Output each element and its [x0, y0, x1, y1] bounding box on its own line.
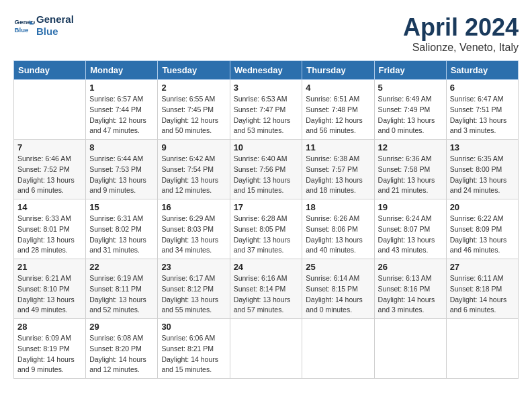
day-info-line: Sunset: 7:57 PM [306, 165, 358, 173]
day-info: Sunrise: 6:40 AMSunset: 7:56 PMDaylight:… [234, 154, 299, 196]
day-info: Sunrise: 6:29 AMSunset: 8:03 PMDaylight:… [161, 214, 226, 256]
day-info-line: and 24 minutes. [450, 186, 500, 194]
day-cell: 18Sunrise: 6:26 AMSunset: 8:06 PMDayligh… [302, 199, 374, 259]
day-info-line: and 18 minutes. [306, 186, 356, 194]
day-info-line: and 15 minutes. [161, 365, 212, 373]
day-cell: 10Sunrise: 6:40 AMSunset: 7:56 PMDayligh… [230, 140, 302, 199]
day-info-line: and 40 minutes. [306, 246, 356, 254]
week-row-1: 7Sunrise: 6:46 AMSunset: 7:52 PMDaylight… [14, 140, 519, 199]
day-info-line: Daylight: 12 hours [161, 116, 218, 124]
day-number: 13 [450, 142, 515, 152]
day-info-line: Daylight: 13 hours [17, 295, 75, 304]
day-cell: 24Sunrise: 6:16 AMSunset: 8:14 PMDayligh… [230, 259, 302, 319]
day-info-line: Sunrise: 6:28 AM [234, 214, 287, 222]
location: Salionze, Veneto, Italy [403, 42, 519, 54]
day-info-line: and 6 minutes. [450, 306, 496, 314]
day-info-line: and 55 minutes. [161, 306, 212, 314]
day-info-line: Sunset: 8:12 PM [161, 285, 214, 293]
day-cell: 17Sunrise: 6:28 AMSunset: 8:05 PMDayligh… [230, 199, 302, 259]
day-info-line: and 9 minutes. [17, 365, 64, 373]
day-info-line: Daylight: 13 hours [306, 236, 363, 244]
day-info-line: Sunrise: 6:33 AM [17, 214, 71, 222]
day-info-line: Sunrise: 6:49 AM [378, 95, 432, 103]
day-info-line: Sunset: 8:06 PM [306, 225, 358, 233]
logo-line2: Blue [36, 26, 74, 38]
day-info: Sunrise: 6:08 AMSunset: 8:20 PMDaylight:… [89, 333, 154, 375]
day-cell: 27Sunrise: 6:11 AMSunset: 8:18 PMDayligh… [446, 259, 518, 319]
day-info-line: Daylight: 13 hours [306, 176, 363, 184]
day-info-line: Sunset: 7:51 PM [450, 105, 502, 113]
day-info: Sunrise: 6:31 AMSunset: 8:02 PMDaylight:… [89, 214, 154, 256]
day-info: Sunrise: 6:19 AMSunset: 8:11 PMDaylight:… [89, 273, 154, 316]
day-info-line: Sunset: 8:10 PM [17, 285, 70, 293]
day-info-line: Sunrise: 6:08 AM [89, 334, 143, 342]
day-cell: 4Sunrise: 6:51 AMSunset: 7:48 PMDaylight… [302, 80, 374, 140]
day-info-line: Daylight: 13 hours [378, 236, 435, 244]
day-cell: 16Sunrise: 6:29 AMSunset: 8:03 PMDayligh… [158, 199, 230, 259]
day-info-line: Sunrise: 6:24 AM [378, 214, 432, 222]
header-sunday: Sunday [14, 61, 86, 80]
day-info-line: Sunrise: 6:47 AM [450, 95, 504, 103]
day-number: 22 [89, 262, 154, 272]
day-info-line: and 6 minutes. [17, 186, 64, 194]
day-number: 11 [306, 142, 370, 152]
day-info-line: Sunset: 7:45 PM [161, 105, 214, 113]
day-cell: 25Sunrise: 6:14 AMSunset: 8:15 PMDayligh… [302, 259, 374, 319]
day-info-line: and 46 minutes. [450, 246, 500, 254]
day-info-line: Sunrise: 6:14 AM [306, 274, 359, 282]
day-cell: 1Sunrise: 6:57 AMSunset: 7:44 PMDaylight… [86, 80, 158, 140]
day-info-line: Sunset: 7:52 PM [17, 165, 70, 173]
day-info-line: Sunrise: 6:16 AM [234, 274, 287, 282]
day-info-line: Sunrise: 6:46 AM [17, 154, 71, 163]
day-info-line: and 53 minutes. [234, 126, 284, 134]
day-number: 10 [234, 142, 299, 152]
day-info-line: and 37 minutes. [234, 246, 284, 254]
day-number: 19 [378, 202, 443, 212]
day-info-line: Sunrise: 6:31 AM [89, 214, 143, 222]
day-cell [302, 319, 374, 379]
day-info: Sunrise: 6:46 AMSunset: 7:52 PMDaylight:… [17, 154, 82, 196]
day-info-line: Daylight: 13 hours [450, 116, 507, 124]
day-info-line: Sunrise: 6:11 AM [450, 274, 504, 282]
day-info-line: Sunrise: 6:42 AM [161, 154, 215, 163]
day-info: Sunrise: 6:24 AMSunset: 8:07 PMDaylight:… [378, 214, 443, 256]
day-number: 5 [378, 83, 443, 93]
day-info-line: and 12 minutes. [89, 365, 140, 373]
day-info-line: Daylight: 14 hours [450, 295, 507, 304]
day-info-line: Daylight: 13 hours [89, 236, 146, 244]
day-info-line: and 28 minutes. [17, 246, 68, 254]
day-cell: 20Sunrise: 6:22 AMSunset: 8:09 PMDayligh… [446, 199, 518, 259]
day-info-line: and 12 minutes. [161, 186, 212, 194]
day-info-line: Sunset: 7:53 PM [89, 165, 142, 173]
header-monday: Monday [86, 61, 158, 80]
day-info-line: Sunset: 7:47 PM [234, 105, 286, 113]
day-info-line: Daylight: 12 hours [234, 116, 291, 124]
day-info-line: Daylight: 13 hours [234, 236, 291, 244]
day-info-line: Sunset: 8:03 PM [161, 225, 214, 233]
day-info: Sunrise: 6:53 AMSunset: 7:47 PMDaylight:… [234, 94, 299, 136]
day-info-line: Sunset: 8:16 PM [378, 285, 431, 293]
day-info-line: Sunrise: 6:22 AM [450, 214, 504, 222]
page-header: General Blue General Blue April 2024 Sal… [13, 13, 519, 54]
day-info-line: Sunrise: 6:09 AM [17, 334, 71, 342]
day-number: 24 [234, 262, 299, 272]
day-info-line: Daylight: 13 hours [234, 176, 291, 184]
day-cell: 11Sunrise: 6:38 AMSunset: 7:57 PMDayligh… [302, 140, 374, 199]
calendar-table: SundayMondayTuesdayWednesdayThursdayFrid… [13, 60, 519, 379]
day-cell: 12Sunrise: 6:36 AMSunset: 7:58 PMDayligh… [374, 140, 446, 199]
day-info-line: Sunset: 8:02 PM [89, 225, 142, 233]
day-number: 25 [306, 262, 370, 272]
day-number: 2 [161, 83, 226, 93]
month-title: April 2024 [403, 13, 519, 42]
day-number: 26 [378, 262, 443, 272]
day-info-line: Sunrise: 6:36 AM [378, 154, 432, 163]
day-info-line: Sunset: 8:07 PM [378, 225, 431, 233]
logo: General Blue General Blue [13, 13, 74, 38]
day-info-line: Daylight: 13 hours [378, 116, 435, 124]
svg-text:General: General [15, 18, 35, 26]
day-cell: 13Sunrise: 6:35 AMSunset: 8:00 PMDayligh… [446, 140, 518, 199]
day-info: Sunrise: 6:13 AMSunset: 8:16 PMDaylight:… [378, 273, 443, 316]
day-info-line: Sunrise: 6:53 AM [234, 95, 287, 103]
day-info-line: Daylight: 14 hours [17, 355, 75, 363]
day-info-line: Sunset: 8:20 PM [89, 345, 142, 353]
